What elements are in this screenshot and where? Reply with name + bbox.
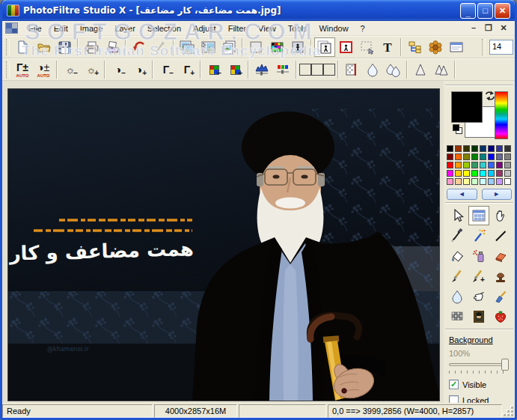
palette-swatch[interactable] xyxy=(471,162,478,168)
transparent-color-icon[interactable] xyxy=(341,60,362,79)
auto-contrast-icon[interactable]: ◑±AUTO xyxy=(33,60,54,79)
opacity-slider[interactable] xyxy=(449,361,509,368)
palette-swatch[interactable] xyxy=(480,153,486,160)
visible-checkbox[interactable]: ✓ xyxy=(449,380,459,389)
contrast-minus-icon[interactable]: ◑− xyxy=(108,60,129,79)
menu-item-[interactable]: ? xyxy=(355,22,371,35)
title-bar[interactable]: PhotoFiltre Studio X - [همت مضاعف، کار م… xyxy=(2,0,515,21)
palette-swatch[interactable] xyxy=(447,153,453,160)
palette-prev-button[interactable]: ◄ xyxy=(447,189,477,200)
redo-icon[interactable] xyxy=(150,37,171,57)
menu-item-edit[interactable]: Edit xyxy=(48,22,74,35)
palette-swatch[interactable] xyxy=(488,162,495,168)
contrast-plus-icon[interactable]: ◑+ xyxy=(129,60,150,79)
image-canvas[interactable]: همت مضاعف و کار مضاعف @khamenei.ir xyxy=(7,88,440,401)
maximize-button[interactable]: □ xyxy=(477,3,493,19)
eraser-tool[interactable] xyxy=(490,246,511,266)
palette-swatch[interactable] xyxy=(480,145,486,152)
indexed-mode-icon[interactable] xyxy=(287,37,308,57)
toolbar-drag-handle[interactable] xyxy=(482,39,486,55)
photomask-gray-icon[interactable] xyxy=(299,64,311,76)
toolbar-drag-handle[interactable] xyxy=(6,61,10,78)
palette-swatch[interactable] xyxy=(463,170,470,177)
duplicate-icon[interactable] xyxy=(218,37,239,57)
mdi-minimize-button[interactable]: – xyxy=(468,23,479,33)
menu-item-window[interactable]: Window xyxy=(313,22,354,35)
palette-next-button[interactable]: ► xyxy=(482,189,513,200)
fill-tool[interactable] xyxy=(447,246,468,266)
menu-item-tools[interactable]: Tools xyxy=(282,22,313,35)
magic-wand-tool[interactable] xyxy=(468,226,489,246)
saturation-minus-icon[interactable]: − xyxy=(204,60,224,79)
palette-swatch[interactable] xyxy=(480,170,486,177)
gamma-plus-icon[interactable]: Γ+ xyxy=(177,60,198,79)
brightness-minus-icon[interactable]: ☼− xyxy=(60,60,81,79)
palette-swatch[interactable] xyxy=(504,145,511,152)
palette-swatch[interactable] xyxy=(504,162,511,168)
menu-item-filter[interactable]: Filter xyxy=(222,22,252,35)
palette-swatch[interactable] xyxy=(504,170,511,177)
clone-stamp-tool[interactable] xyxy=(490,267,511,286)
new-icon[interactable] xyxy=(12,37,33,57)
palette-swatch[interactable] xyxy=(455,178,462,185)
minimize-button[interactable]: _ xyxy=(460,3,476,19)
retouch-tool[interactable] xyxy=(490,287,511,306)
text-icon[interactable]: T xyxy=(377,37,398,57)
menu-item-view[interactable]: View xyxy=(252,22,282,35)
deform-tool[interactable] xyxy=(447,307,468,326)
grayscale-icon[interactable] xyxy=(245,37,266,57)
open-icon[interactable] xyxy=(33,37,54,57)
foreground-color-swatch[interactable] xyxy=(451,91,483,123)
layer-name-link[interactable]: Background xyxy=(449,335,510,344)
mdi-close-button[interactable]: ✕ xyxy=(498,23,509,33)
saturation-plus-icon[interactable]: + xyxy=(224,60,245,79)
image-frame-icon[interactable] xyxy=(335,37,356,57)
preview-icon[interactable] xyxy=(446,37,467,57)
rgb-mode-icon[interactable] xyxy=(266,37,287,57)
resize-grip[interactable] xyxy=(504,404,515,418)
palette-swatch[interactable] xyxy=(496,178,503,185)
document-icon[interactable] xyxy=(5,22,18,34)
menu-item-layer[interactable]: Layer xyxy=(108,22,141,35)
photomask-brown-icon[interactable] xyxy=(311,64,323,76)
selection-arrow-tool[interactable] xyxy=(447,206,468,225)
palette-swatch[interactable] xyxy=(455,170,462,177)
palette-swatch[interactable] xyxy=(488,178,495,185)
sharpen-more-icon[interactable] xyxy=(431,60,452,79)
blur-more-icon[interactable] xyxy=(383,60,404,79)
palette-swatch[interactable] xyxy=(480,162,486,168)
palette-swatch[interactable] xyxy=(488,153,495,160)
palette-swatch[interactable] xyxy=(471,145,478,152)
palette-swatch[interactable] xyxy=(471,170,478,177)
toolbar-drag-handle[interactable] xyxy=(6,39,10,55)
menu-item-adjust[interactable]: Adjust xyxy=(187,22,222,35)
palette-swatch[interactable] xyxy=(496,162,503,168)
slider-thumb[interactable] xyxy=(501,359,509,371)
palette-swatch[interactable] xyxy=(463,153,470,160)
palette-swatch[interactable] xyxy=(447,145,453,152)
palette-swatch[interactable] xyxy=(496,153,503,160)
histogram-icon[interactable] xyxy=(251,60,272,79)
color-balance-icon[interactable] xyxy=(272,60,293,79)
photomask-olive-icon[interactable] xyxy=(323,64,335,76)
brush-tool[interactable] xyxy=(447,267,468,286)
airbrush-tool[interactable] xyxy=(468,246,489,266)
menu-item-file[interactable]: File xyxy=(22,22,48,35)
photomask-icon[interactable] xyxy=(198,37,218,57)
default-colors-icon[interactable] xyxy=(453,124,463,135)
auto-gamma-icon[interactable]: Γ±AUTO xyxy=(12,60,33,79)
advanced-brush-tool[interactable]: + xyxy=(468,267,489,286)
palette-swatch[interactable] xyxy=(447,170,453,177)
plugins-icon[interactable] xyxy=(425,37,446,57)
gamma-minus-icon[interactable]: Γ− xyxy=(156,60,177,79)
palette-swatch[interactable] xyxy=(455,162,462,168)
palette-swatch[interactable] xyxy=(504,153,511,160)
menu-item-image[interactable]: Image xyxy=(74,22,109,35)
line-tool[interactable] xyxy=(490,226,511,246)
nozzle-tool[interactable] xyxy=(490,307,511,326)
blur-tool[interactable] xyxy=(447,287,468,306)
palette-swatch[interactable] xyxy=(463,178,470,185)
hand-tool[interactable] xyxy=(490,206,511,225)
photo-copy-icon[interactable] xyxy=(177,37,198,57)
palette-swatch[interactable] xyxy=(496,170,503,177)
